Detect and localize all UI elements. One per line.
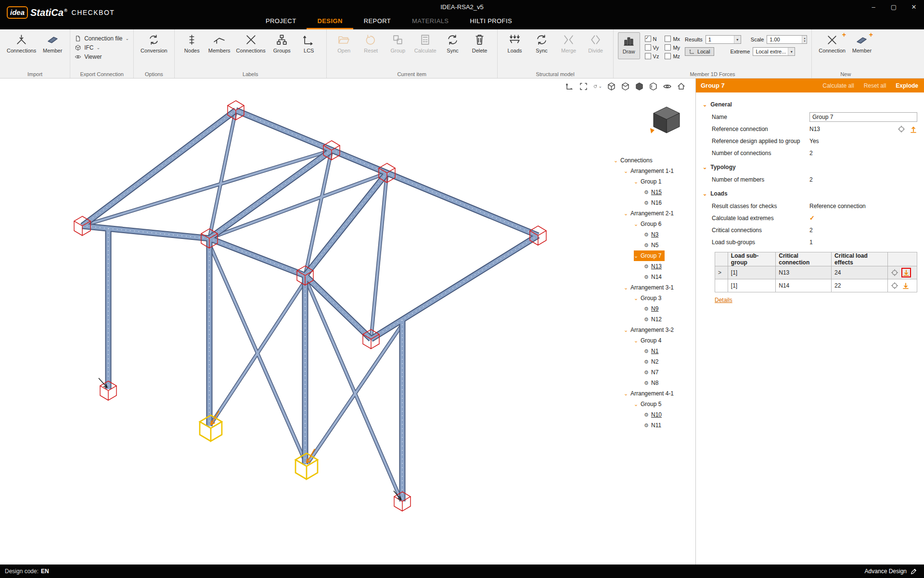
force-check-my[interactable]: My (665, 44, 680, 51)
load-table-row[interactable]: > [1] N13 24 (715, 266, 917, 279)
tab-materials[interactable]: MATERIALS (401, 14, 459, 28)
open-button[interactable]: Open (331, 32, 357, 55)
tree-item-n11[interactable]: ⚙ N11 (644, 420, 665, 431)
minimize-button[interactable]: – (863, 0, 884, 14)
group-name-input[interactable] (809, 112, 917, 122)
locate-connection-icon[interactable] (891, 282, 898, 289)
checkbox-icon[interactable] (645, 53, 651, 59)
row-expand-cell[interactable] (715, 279, 728, 292)
conversion-button[interactable]: Conversion (138, 32, 170, 55)
tree-item-group-7[interactable]: ⌄ Group 7 (634, 250, 665, 261)
labels-members-button[interactable]: Members (206, 32, 233, 55)
checkbox-icon[interactable] (665, 44, 671, 51)
new-connection-button[interactable]: + Connection (816, 32, 848, 55)
scale-input[interactable]: 1.00 ▲▼ (767, 35, 807, 44)
tree-item-n8[interactable]: ⚙ N8 (644, 378, 662, 388)
labels-connections-button[interactable]: Connections (234, 32, 268, 55)
tree-item-group-1[interactable]: ⌄ Group 1 (634, 176, 665, 187)
loads-button[interactable]: Loads (502, 32, 528, 55)
axes-view-icon[interactable] (565, 82, 574, 91)
tree-item-n10[interactable]: ⚙ N10 (644, 409, 665, 420)
tree-item-n5[interactable]: ⚙ N5 (644, 240, 662, 250)
force-check-mx[interactable]: Mx (665, 36, 680, 42)
maximize-button[interactable]: ▢ (884, 0, 904, 14)
set-reference-icon[interactable] (910, 125, 917, 133)
section-typology[interactable]: ⌄ Typology (703, 161, 917, 173)
sync-current-button[interactable]: Sync (440, 32, 466, 55)
tree-item-group-3[interactable]: ⌄ Group 3 (634, 293, 665, 303)
force-check-mz[interactable]: Mz (665, 53, 680, 59)
tab-hilti-profis[interactable]: HILTI PROFIS (459, 14, 523, 28)
tree-item-group-6[interactable]: ⌄ Group 6 (634, 219, 665, 229)
force-check-vy[interactable]: Vy (645, 44, 659, 51)
checkbox-icon[interactable] (665, 36, 671, 42)
local-toggle-button[interactable]: Local (685, 47, 714, 56)
tree-item-n12[interactable]: ⚙ N12 (644, 314, 665, 325)
locate-connection-icon[interactable] (898, 125, 905, 133)
scale-spinner[interactable]: ▲▼ (802, 36, 807, 43)
tree-item-group-5[interactable]: ⌄ Group 5 (634, 399, 665, 409)
tree-item-n15[interactable]: ⚙ N15 (644, 187, 665, 197)
checkbox-icon[interactable] (665, 53, 671, 59)
tree-item-arrangement-3-2[interactable]: ⌄ Arrangement 3-2 (624, 325, 677, 335)
rotate-view-icon[interactable]: ⌄ (593, 82, 602, 91)
new-member-button[interactable]: + Member (849, 32, 875, 55)
row-expand-cell[interactable]: > (715, 266, 728, 279)
close-button[interactable]: ✕ (904, 0, 924, 14)
locate-connection-icon[interactable] (891, 269, 898, 276)
import-connections-button[interactable]: Connections (4, 32, 38, 55)
export-connection-file-button[interactable]: Connection file ⌄ (75, 35, 129, 42)
view-wireframe-icon[interactable] (607, 82, 616, 91)
tree-item-n2[interactable]: ⚙ N2 (644, 356, 662, 367)
group-button[interactable]: Group (385, 32, 411, 55)
visibility-filter-icon[interactable] (663, 82, 672, 91)
force-check-n[interactable]: N (645, 36, 659, 42)
tree-item-n14[interactable]: ⚙ N14 (644, 272, 665, 282)
apply-loads-icon[interactable] (901, 268, 911, 277)
details-link[interactable]: Details (715, 297, 732, 303)
checkbox-icon[interactable] (645, 44, 651, 51)
merge-button[interactable]: Merge (556, 32, 582, 55)
results-dropdown[interactable]: 1▾ (706, 35, 741, 44)
navigation-cube[interactable] (648, 105, 685, 137)
extreme-dropdown[interactable]: Local extre...▾ (753, 47, 795, 56)
tree-item-arrangement-3-1[interactable]: ⌄ Arrangement 3-1 (624, 282, 677, 293)
export-ifc-button[interactable]: IFC ⌄ (75, 44, 129, 51)
labels-groups-button[interactable]: Groups (269, 32, 295, 55)
apply-loads-icon[interactable] (901, 281, 910, 290)
force-check-vz[interactable]: Vz (645, 53, 659, 59)
labels-nodes-button[interactable]: Nodes (179, 32, 205, 55)
tree-item-n16[interactable]: ⚙ N16 (644, 197, 665, 208)
tree-item-arrangement-2-1[interactable]: ⌄ Arrangement 2-1 (624, 208, 677, 219)
tree-item-arrangement-1-1[interactable]: ⌄ Arrangement 1-1 (624, 166, 677, 176)
explode-button[interactable]: Explode (896, 82, 918, 89)
view-transparent-icon[interactable] (649, 82, 658, 91)
divide-button[interactable]: Divide (583, 32, 609, 55)
home-view-icon[interactable] (677, 82, 686, 91)
tree-item-n1[interactable]: ⚙ N1 (644, 346, 662, 356)
reset-button[interactable]: Reset (358, 32, 384, 55)
load-table-row[interactable]: [1] N14 22 (715, 279, 917, 292)
view-solid-icon[interactable] (635, 82, 644, 91)
export-viewer-button[interactable]: Viewer (75, 53, 129, 60)
tab-project[interactable]: PROJECT (255, 14, 307, 28)
tree-item-n3[interactable]: ⚙ N3 (644, 229, 662, 240)
tree-item-group-4[interactable]: ⌄ Group 4 (634, 335, 665, 346)
tree-item-n13[interactable]: ⚙ N13 (644, 261, 665, 272)
view-shaded-edges-icon[interactable] (621, 82, 630, 91)
section-loads[interactable]: ⌄ Loads (703, 187, 917, 200)
tree-item-connections[interactable]: ⌄ Connections (614, 155, 656, 166)
zoom-fit-icon[interactable] (579, 82, 588, 91)
calculate-all-button[interactable]: Calculate all (822, 82, 854, 89)
tab-report[interactable]: REPORT (353, 14, 401, 28)
delete-button[interactable]: Delete (467, 32, 493, 55)
structure-3d-view[interactable] (0, 79, 695, 565)
tree-item-arrangement-4-1[interactable]: ⌄ Arrangement 4-1 (624, 388, 677, 399)
draw-forces-button[interactable]: Draw (618, 32, 640, 59)
import-member-button[interactable]: Member (39, 32, 65, 55)
sync-model-button[interactable]: Sync (529, 32, 555, 55)
reset-all-button[interactable]: Reset all (864, 82, 886, 89)
checkmark-icon[interactable]: ✓ (809, 214, 815, 222)
tab-design[interactable]: DESIGN (307, 14, 353, 29)
section-general[interactable]: ⌄ General (703, 98, 917, 111)
